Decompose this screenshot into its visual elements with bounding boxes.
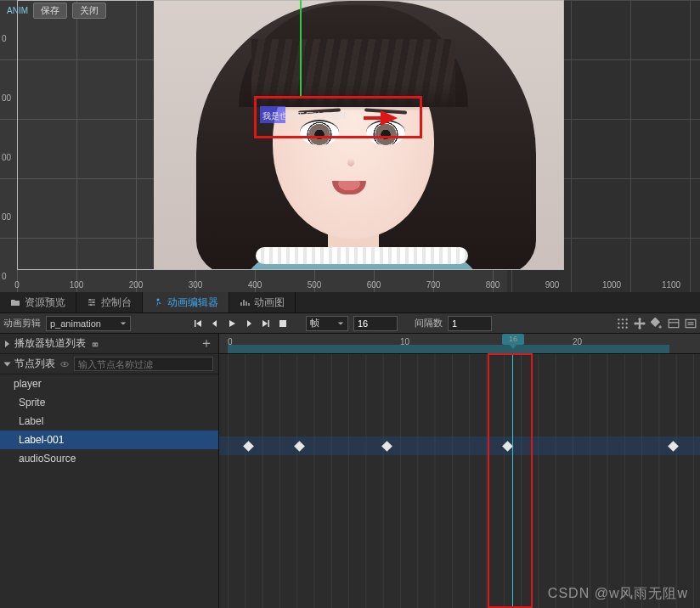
unit-select[interactable]: 帧	[306, 316, 348, 331]
keyframe[interactable]	[294, 441, 305, 452]
timeline-scrubber[interactable]: 16	[502, 334, 524, 345]
timeline-play-range	[228, 345, 669, 353]
node-filter-input[interactable]	[74, 357, 213, 371]
keyframe[interactable]	[243, 441, 254, 452]
svg-point-3	[157, 299, 160, 301]
viewport-toolbar: ANIM 保存 关闭	[5, 3, 106, 19]
svg-point-24	[64, 363, 66, 365]
timeline-row-label[interactable]	[219, 418, 700, 436]
add-key-icon[interactable]	[651, 318, 663, 329]
timeline-row-label-001[interactable]	[219, 436, 700, 455]
svg-rect-17	[686, 319, 696, 327]
node-item-audioSource[interactable]: audioSource	[0, 449, 218, 468]
tab-资源预览[interactable]: 资源预览	[0, 292, 76, 312]
first-frame-button[interactable]	[192, 318, 204, 329]
node-list: playerSpriteLabelLabel-001audioSource	[0, 374, 218, 468]
tab-动画编辑器[interactable]: 动画编辑器	[143, 292, 229, 312]
next-frame-button[interactable]	[243, 318, 255, 329]
move-icon[interactable]	[634, 318, 646, 329]
node-item-player[interactable]: player	[0, 374, 218, 393]
eye-icon[interactable]	[60, 360, 69, 369]
timeline-ruler[interactable]: 16 01020	[219, 334, 700, 354]
stop-button[interactable]	[277, 318, 289, 329]
svg-point-1	[93, 301, 94, 303]
robot-icon	[91, 340, 99, 348]
spacing-label: 间隔数	[415, 317, 443, 329]
svg-rect-4	[279, 320, 286, 327]
panel-tabs: 资源预览控制台动画编辑器动画图	[0, 292, 700, 313]
svg-point-7	[626, 318, 628, 320]
svg-point-21	[93, 344, 95, 346]
node-item-Sprite[interactable]: Sprite	[0, 393, 218, 412]
timeline-body[interactable]	[219, 354, 700, 608]
grid-icon[interactable]	[617, 318, 629, 329]
svg-point-5	[618, 318, 619, 320]
timeline-row-player[interactable]	[219, 380, 700, 399]
svg-point-6	[622, 318, 624, 320]
nodes-header-label: 节点列表	[14, 357, 55, 371]
add-track-button[interactable]: ＋	[200, 335, 213, 352]
keyframe[interactable]	[381, 441, 392, 452]
svg-point-10	[626, 322, 628, 324]
nodes-header[interactable]: 节点列表	[0, 354, 218, 374]
close-button[interactable]: 关闭	[72, 3, 106, 19]
tab-控制台[interactable]: 控制台	[76, 292, 143, 312]
event-icon[interactable]	[668, 318, 680, 329]
timeline-row-sprite[interactable]	[219, 399, 700, 418]
tracks-header-label: 播放器轨道列表	[14, 336, 86, 351]
hierarchy-panel: 播放器轨道列表 ＋ 节点列表 playerSpriteLabelLabel-00…	[0, 334, 219, 608]
prev-frame-button[interactable]	[209, 318, 221, 329]
annotation-arrow	[381, 110, 398, 126]
viewport-playhead	[300, 0, 302, 98]
svg-point-13	[626, 326, 628, 328]
annotation-box-timeline	[488, 353, 533, 608]
chart-icon	[240, 297, 250, 307]
chevron-down-icon	[4, 362, 11, 366]
timeline-tick: 0	[228, 337, 233, 346]
clip-label: 动画剪辑	[3, 317, 41, 329]
svg-point-12	[622, 326, 624, 328]
frame-input[interactable]	[353, 316, 398, 331]
svg-rect-14	[651, 318, 660, 327]
svg-point-0	[89, 299, 91, 301]
play-button[interactable]	[226, 318, 238, 329]
folder-icon	[10, 297, 20, 307]
run-icon	[153, 297, 163, 307]
keyframe[interactable]	[668, 441, 679, 452]
ruler-vertical: 00000000	[0, 0, 17, 292]
clip-select[interactable]: p_animation	[46, 316, 131, 331]
svg-point-11	[618, 326, 619, 328]
sliders-icon	[87, 297, 97, 307]
node-item-Label[interactable]: Label	[0, 412, 218, 431]
ruler-horizontal: 0100200300400500600700800900100011001200…	[0, 278, 700, 290]
anim-tag: ANIM	[5, 6, 28, 15]
timeline-panel: 16 01020	[219, 334, 700, 608]
tracks-header[interactable]: 播放器轨道列表 ＋	[0, 334, 218, 354]
svg-point-8	[618, 322, 619, 324]
save-button[interactable]: 保存	[33, 3, 67, 19]
timeline-tick: 10	[400, 337, 409, 346]
timeline-tick: 20	[573, 337, 582, 346]
node-item-Label-001[interactable]: Label-001	[0, 431, 218, 449]
svg-point-22	[96, 344, 98, 346]
svg-point-2	[90, 304, 92, 306]
scene-viewport[interactable]: 我是也字工厂映示星球 ANIM 保存 关闭 00000000 010020030…	[0, 0, 700, 292]
list-icon[interactable]	[685, 318, 697, 329]
last-frame-button[interactable]	[260, 318, 272, 329]
animation-control-bar: 动画剪辑 p_animation 帧 间隔数	[0, 313, 700, 334]
svg-rect-15	[669, 319, 679, 327]
tab-动画图[interactable]: 动画图	[229, 292, 296, 312]
svg-point-9	[622, 322, 624, 324]
spacing-input[interactable]	[448, 316, 492, 331]
timeline-row-audiosource[interactable]	[219, 455, 700, 474]
chevron-right-icon	[5, 341, 9, 347]
